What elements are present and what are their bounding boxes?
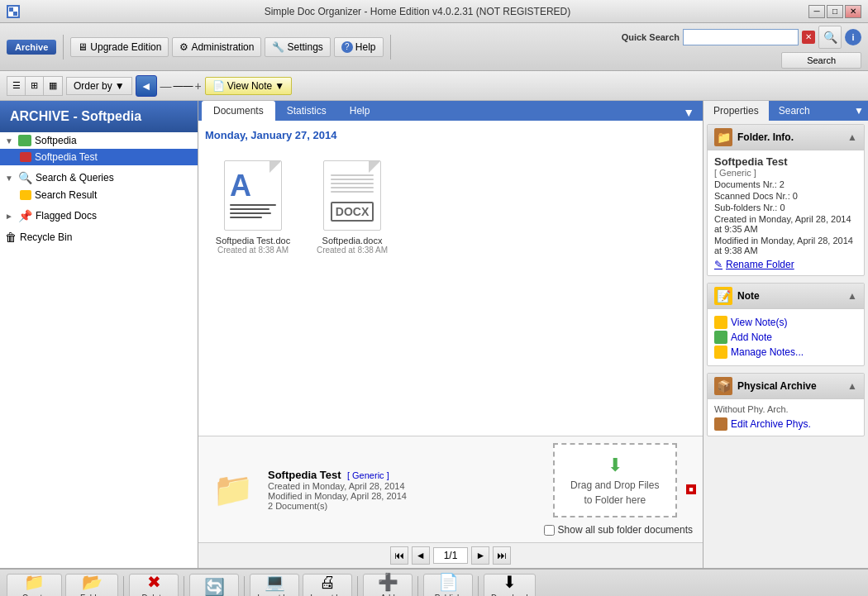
panel-arrow-down[interactable]: ▼ <box>850 101 868 121</box>
view-notes-link[interactable]: View Note(s) <box>714 316 857 329</box>
size-increase-button[interactable]: + <box>195 79 202 93</box>
administration-button[interactable]: ⚙ Administration <box>172 37 261 57</box>
panel-section-folder-info: 📁 Folder. Info. ▲ Softpedia Test [ Gener… <box>707 124 865 276</box>
sidebar-label-flagged-docs: Flagged Docs <box>36 210 97 222</box>
back-button[interactable]: ◄ <box>136 75 157 97</box>
folder-icon-search-result <box>20 190 31 200</box>
date-header: Monday, January 27, 2014 <box>205 127 696 143</box>
sidebar-item-search-result[interactable]: Search Result <box>0 187 198 203</box>
add-note-link[interactable]: Add Note <box>714 331 857 344</box>
recycle-icon: 🗑 <box>5 231 17 244</box>
folder-title-text: Softpedia Test <box>268 469 341 481</box>
add-template-button[interactable]: ➕ AddTemplate <box>363 574 413 596</box>
rename-folder-link[interactable]: ✎ Rename Folder <box>714 259 857 270</box>
panel-note-collapse[interactable]: ▲ <box>847 290 857 302</box>
folder-info-bar: 📁 Softpedia Test [ Generic ] Created in … <box>198 436 703 542</box>
search-button[interactable]: Search <box>781 52 861 69</box>
refresh-button[interactable]: 🔄 Refresh <box>189 574 239 596</box>
panel-folder-collapse[interactable]: ▲ <box>847 131 857 143</box>
drag-drop-zone[interactable]: ⬇ Drag and Drop Files to Folder here <box>553 443 677 517</box>
close-button[interactable]: ✕ <box>845 5 861 18</box>
list-view-button[interactable]: ☰ <box>7 77 26 95</box>
folder-properties-button[interactable]: 📂 FolderProperties <box>65 574 118 596</box>
sidebar-item-softpedia[interactable]: ▼ Softpedia <box>0 132 198 149</box>
doc-date-1: Created at 8:38 AM <box>217 246 289 255</box>
detail-view-button[interactable]: ▦ <box>44 77 62 95</box>
publish-pdf-button[interactable]: 📄 Publishto PDF <box>423 574 473 596</box>
phys-section-icon: 📦 <box>714 377 732 395</box>
delete-folders-button[interactable]: ✖ DeleteFolder(s) <box>129 574 179 596</box>
download-folder-button[interactable]: ⬇ DownloadFolder(s) <box>484 574 535 596</box>
tab-statistics[interactable]: Statistics <box>275 101 338 121</box>
view-note-button[interactable]: 📄 View Note ▼ <box>205 77 292 95</box>
page-display: 1/1 <box>433 547 469 564</box>
note-icon-toolbar: 📄 <box>212 80 225 92</box>
create-subfolder-icon: 📁 <box>24 572 45 592</box>
minimize-button[interactable]: ─ <box>808 5 825 18</box>
magnifier-button[interactable]: 🔍 <box>818 26 842 49</box>
panel-phys-collapse[interactable]: ▲ <box>847 380 857 392</box>
tab-help[interactable]: Help <box>338 101 382 121</box>
panel-created-date: Created in Monday, April 28, 2014 at 9:3… <box>714 214 857 234</box>
sidebar-item-recycle-bin[interactable]: 🗑 Recycle Bin <box>0 228 198 246</box>
sidebar-item-softpedia-test[interactable]: Softpedia Test <box>0 149 198 165</box>
quick-search-clear-button[interactable]: ✕ <box>802 31 815 44</box>
refresh-icon: 🔄 <box>204 577 225 596</box>
note-view-icon <box>714 316 727 329</box>
pagination-bar: ⏮ ◄ 1/1 ► ⏭ <box>198 542 703 568</box>
expand-arrow-softpedia: ▼ <box>5 136 15 145</box>
toolbar-separator-2 <box>390 35 391 60</box>
chevron-down-icon: ▼ <box>115 80 125 92</box>
help-button[interactable]: ? Help <box>334 37 384 57</box>
folder-properties-icon: 📂 <box>82 572 103 592</box>
first-page-button[interactable]: ⏮ <box>390 546 408 565</box>
info-icon[interactable]: i <box>845 29 861 45</box>
sidebar-item-search-queries[interactable]: ▼ 🔍 Search & Queries <box>0 169 198 187</box>
edit-archive-phys-link[interactable]: Edit Archive Phys. <box>714 417 857 431</box>
panel-note-header: 📝 Note ▲ <box>708 284 864 309</box>
slider-dash: —— <box>174 80 193 92</box>
create-subfolder-button[interactable]: 📁 CreateSub-Folder <box>7 574 62 596</box>
docx-file-icon: DOCX <box>323 160 381 231</box>
tab-arrow-down[interactable]: ▼ <box>678 104 699 121</box>
bottom-separator-2 <box>184 576 184 596</box>
add-template-icon: ➕ <box>378 572 398 592</box>
order-by-button[interactable]: Order by ▼ <box>66 77 132 95</box>
tab-search[interactable]: Search <box>769 101 820 121</box>
import-scanner-button[interactable]: 🖨 Import byScanner <box>303 574 352 596</box>
import-explorer-button[interactable]: 💻 Import byExplorer <box>250 574 299 596</box>
settings-button[interactable]: 🔧 Settings <box>265 37 330 57</box>
panel-note-content: View Note(s) Add Note Manage Notes... <box>708 309 864 365</box>
size-decrease-button[interactable]: — <box>160 79 172 93</box>
manage-notes-link[interactable]: Manage Notes... <box>714 346 857 359</box>
archive-button[interactable]: Archive <box>7 40 56 55</box>
search-folder-icon: 🔍 <box>18 171 32 184</box>
list-item[interactable]: A Softpedia Test.doc Created at <box>212 158 294 255</box>
panel-folder-header: 📁 Folder. Info. ▲ <box>708 125 864 150</box>
close-folder-bar-button[interactable]: ■ <box>686 484 696 494</box>
delete-icon: ✖ <box>147 572 161 592</box>
prev-page-button[interactable]: ◄ <box>412 546 430 565</box>
doc-name-2: Softpedia.docx <box>322 236 383 246</box>
maximize-button[interactable]: □ <box>827 5 843 18</box>
window-controls: ─ □ ✕ <box>808 5 861 18</box>
sidebar-item-flagged-docs[interactable]: ► 📌 Flagged Docs <box>0 207 198 225</box>
docx-label: DOCX <box>331 202 374 222</box>
note-manage-icon <box>714 346 727 359</box>
upgrade-button[interactable]: 🖥 Upgrade Edition <box>70 37 169 57</box>
sidebar-label-softpedia: Softpedia <box>35 135 77 146</box>
list-item[interactable]: DOCX Softpedia.docx Created at 8:38 AM <box>311 158 393 255</box>
panel-phys-without: Without Phy. Arch. <box>714 404 857 414</box>
tab-properties[interactable]: Properties <box>703 101 769 121</box>
grid-view-button[interactable]: ⊞ <box>26 77 44 95</box>
folder-modified: Modified in Monday, April 28, 2014 <box>268 491 527 501</box>
show-sub-checkbox[interactable] <box>544 525 555 536</box>
next-page-button[interactable]: ► <box>471 546 489 565</box>
content-tabs: Documents Statistics Help ▼ <box>198 101 703 121</box>
quick-search-input[interactable] <box>683 29 799 45</box>
last-page-button[interactable]: ⏭ <box>493 546 511 565</box>
view-options: ☰ ⊞ ▦ <box>7 76 63 96</box>
svg-rect-1 <box>9 7 13 12</box>
tab-documents[interactable]: Documents <box>202 101 275 121</box>
content-area: Documents Statistics Help ▼ Monday, Janu… <box>198 101 703 568</box>
